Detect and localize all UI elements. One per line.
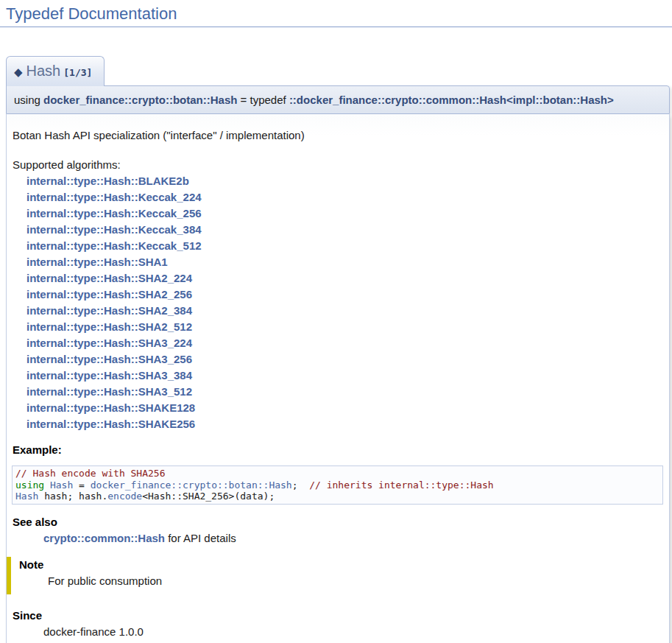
see-also-suffix: for API details: [165, 532, 236, 544]
code-fragment: // Hash encode with SHA256 using Hash = …: [12, 465, 663, 505]
algorithm-link[interactable]: internal::type::Hash::SHA1: [26, 254, 168, 270]
since-heading: Since: [13, 608, 663, 622]
see-also-content: crypto::common::Hash for API details: [43, 531, 663, 545]
code-link-hash[interactable]: Hash: [50, 479, 73, 491]
code-keyword: using: [15, 479, 50, 491]
member-documentation: Botan Hash API specialization ("interfac…: [6, 114, 670, 643]
member-overload-badge: [1/3]: [63, 67, 92, 78]
algorithms-block: Supported algorithms:: [13, 157, 663, 173]
intro-text: Botan Hash API specialization ("interfac…: [13, 129, 663, 141]
algorithm-link[interactable]: internal::type::Hash::Keccak_256: [26, 205, 202, 222]
member-prototype: using docker_finance::crypto::botan::Has…: [6, 85, 670, 114]
page-title: Typedef Documentation: [0, 0, 672, 27]
algorithm-list: internal::type::Hash::BLAKE2b internal::…: [13, 173, 663, 432]
algorithm-link[interactable]: internal::type::Hash::SHA3_256: [26, 351, 192, 368]
member-item-hash: ◆Hash[1/3] using docker_finance::crypto:…: [6, 56, 670, 643]
code-text: hash; hash.: [38, 491, 107, 502]
note-heading: Note: [14, 558, 663, 572]
algorithm-link[interactable]: internal::type::Hash::SHA3_384: [26, 368, 192, 384]
algorithm-link[interactable]: internal::type::Hash::SHA3_224: [26, 335, 192, 351]
proto-using-keyword: using: [14, 94, 43, 106]
code-line: using Hash = docker_finance::crypto::bot…: [15, 479, 659, 491]
algorithm-link[interactable]: internal::type::Hash::SHA2_224: [26, 270, 192, 287]
code-line: // Hash encode with SHA256: [15, 468, 659, 479]
see-also-section: See also crypto::common::Hash for API de…: [13, 515, 663, 545]
see-also-link[interactable]: crypto::common::Hash: [43, 532, 165, 544]
member-tab-title: Hash: [23, 63, 64, 79]
algorithm-link[interactable]: internal::type::Hash::SHA2_256: [26, 287, 192, 303]
example-section: Example:: [13, 443, 663, 457]
code-line: Hash hash; hash.encode<Hash::SHA2_256>(d…: [15, 491, 659, 502]
code-text: <Hash::SHA2_256>(data);: [142, 491, 275, 502]
proto-typedef-keyword: = typedef: [237, 94, 289, 106]
since-section: Since docker-finance 1.0.0: [13, 608, 663, 639]
algorithms-label: Supported algorithms:: [13, 158, 121, 171]
algorithm-link[interactable]: internal::type::Hash::BLAKE2b: [26, 173, 189, 189]
code-text: ;: [292, 479, 309, 491]
permalink-diamond-icon[interactable]: ◆: [14, 66, 23, 78]
note-section: Note For public consumption: [7, 557, 663, 594]
code-link-hash[interactable]: Hash: [15, 491, 38, 502]
algorithm-link[interactable]: internal::type::Hash::Keccak_224: [26, 189, 202, 205]
since-text: docker-finance 1.0.0: [43, 625, 663, 639]
algorithm-link[interactable]: internal::type::Hash::SHA2_512: [26, 319, 192, 335]
code-comment: // Hash encode with SHA256: [15, 468, 166, 479]
algorithm-link[interactable]: internal::type::Hash::SHA2_384: [26, 303, 192, 319]
code-link-botan-hash[interactable]: docker_finance::crypto::botan::Hash: [91, 479, 292, 491]
algorithm-link[interactable]: internal::type::Hash::SHA3_512: [26, 384, 192, 400]
proto-member-name: docker_finance::crypto::botan::Hash: [43, 94, 237, 106]
algorithm-link[interactable]: internal::type::Hash::Keccak_384: [26, 222, 202, 238]
code-link-encode[interactable]: encode: [107, 491, 142, 502]
algorithm-link[interactable]: internal::type::Hash::SHAKE128: [26, 400, 195, 416]
note-text: For public consumption: [48, 574, 663, 588]
proto-target-link[interactable]: ::docker_finance::crypto::common::Hash<i…: [289, 94, 614, 106]
member-tab: ◆Hash[1/3]: [6, 56, 105, 86]
code-comment: // inherits internal::type::Hash: [309, 479, 493, 491]
algorithm-link[interactable]: internal::type::Hash::Keccak_512: [26, 238, 202, 254]
see-also-heading: See also: [13, 515, 663, 529]
code-text: =: [73, 479, 90, 491]
algorithm-link[interactable]: internal::type::Hash::SHAKE256: [26, 416, 195, 432]
example-heading: Example:: [13, 443, 663, 457]
